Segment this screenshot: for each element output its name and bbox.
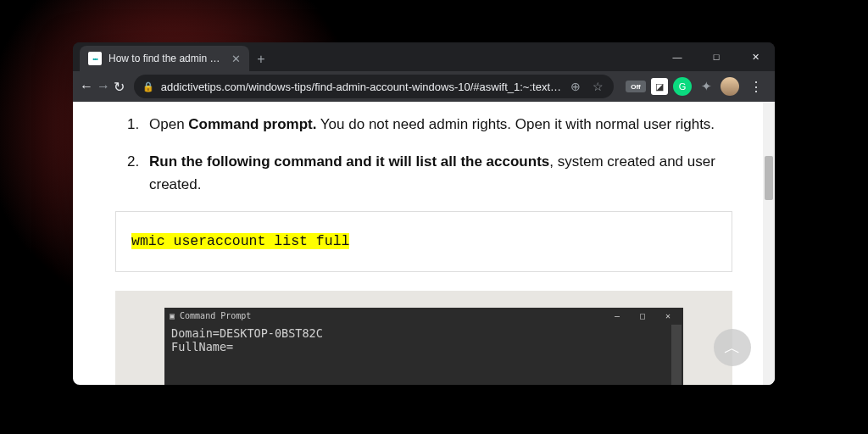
extension-icon[interactable]: ◪ bbox=[651, 78, 668, 95]
zoom-icon[interactable]: ⊕ bbox=[568, 80, 583, 93]
article-body: 1. Open Command prompt. You do not need … bbox=[73, 102, 775, 385]
highlighted-code: wmic useraccount list full bbox=[131, 233, 349, 249]
cmd-line: Domain=DESKTOP-0BST82C bbox=[171, 326, 676, 341]
code-block: wmic useraccount list full bbox=[115, 211, 732, 272]
cmd-close-button: ✕ bbox=[658, 309, 678, 323]
extensions-row: Off ◪ G ✦ ⋮ bbox=[622, 77, 768, 96]
browser-tab[interactable]: ••• How to find the admin account o ✕ bbox=[80, 46, 249, 71]
profile-avatar[interactable] bbox=[721, 77, 739, 96]
extensions-puzzle-icon[interactable]: ✦ bbox=[697, 77, 715, 96]
scrollbar-thumb[interactable] bbox=[765, 156, 773, 200]
window-controls: — □ ✕ bbox=[658, 42, 775, 71]
cmd-line: FullName= bbox=[171, 340, 676, 354]
step-bold: Command prompt. bbox=[188, 116, 316, 132]
bookmark-star-icon[interactable]: ☆ bbox=[590, 80, 605, 93]
step-number: 2. bbox=[127, 151, 139, 173]
cmd-titlebar: ▣ Command Prompt — □ ✕ bbox=[164, 308, 683, 325]
reload-button[interactable]: ↻ bbox=[114, 75, 125, 98]
command-prompt-window: ▣ Command Prompt — □ ✕ Domain=DESKTOP-0B… bbox=[164, 308, 683, 385]
lock-icon: 🔒 bbox=[142, 81, 154, 92]
cmd-title: Command Prompt bbox=[180, 309, 251, 323]
new-tab-button[interactable]: + bbox=[249, 47, 273, 71]
back-to-top-button[interactable]: ︿ bbox=[714, 329, 751, 366]
page-scrollbar[interactable] bbox=[763, 102, 775, 385]
step-text: Open bbox=[149, 116, 188, 132]
tab-title: How to find the admin account o bbox=[108, 53, 225, 64]
list-item: 1. Open Command prompt. You do not need … bbox=[115, 114, 732, 136]
cmd-output: Domain=DESKTOP-0BST82C FullName= bbox=[164, 325, 683, 357]
address-bar[interactable]: 🔒 addictivetips.com/windows-tips/find-ad… bbox=[134, 75, 614, 98]
toolbar: ← → ↻ 🔒 addictivetips.com/windows-tips/f… bbox=[73, 71, 775, 102]
minimize-button[interactable]: — bbox=[658, 42, 697, 71]
cmd-minimize-button: — bbox=[607, 309, 627, 323]
close-tab-button[interactable]: ✕ bbox=[231, 53, 241, 65]
forward-button[interactable]: → bbox=[97, 75, 110, 98]
back-button[interactable]: ← bbox=[80, 75, 93, 98]
chrome-menu-button[interactable]: ⋮ bbox=[744, 79, 768, 95]
url-text: addictivetips.com/windows-tips/find-admi… bbox=[161, 81, 561, 93]
maximize-button[interactable]: □ bbox=[697, 42, 736, 71]
browser-window: — □ ✕ ••• How to find the admin account … bbox=[73, 42, 775, 385]
page-content: 1. Open Command prompt. You do not need … bbox=[73, 102, 775, 385]
cmd-scrollbar bbox=[671, 325, 682, 385]
step-bold: Run the following command and it will li… bbox=[149, 153, 549, 170]
cmd-icon: ▣ bbox=[170, 309, 175, 323]
step-tail: You do not need admin rights. Open it wi… bbox=[316, 116, 715, 132]
step-number: 1. bbox=[127, 114, 139, 136]
list-item: 2. Run the following command and it will… bbox=[115, 151, 732, 196]
cmd-maximize-button: □ bbox=[632, 309, 653, 323]
favicon-icon: ••• bbox=[88, 52, 102, 65]
close-window-button[interactable]: ✕ bbox=[736, 42, 775, 71]
embedded-screenshot: ▣ Command Prompt — □ ✕ Domain=DESKTOP-0B… bbox=[115, 291, 732, 385]
grammarly-icon[interactable]: G bbox=[673, 77, 692, 96]
extension-off-badge[interactable]: Off bbox=[626, 81, 646, 92]
